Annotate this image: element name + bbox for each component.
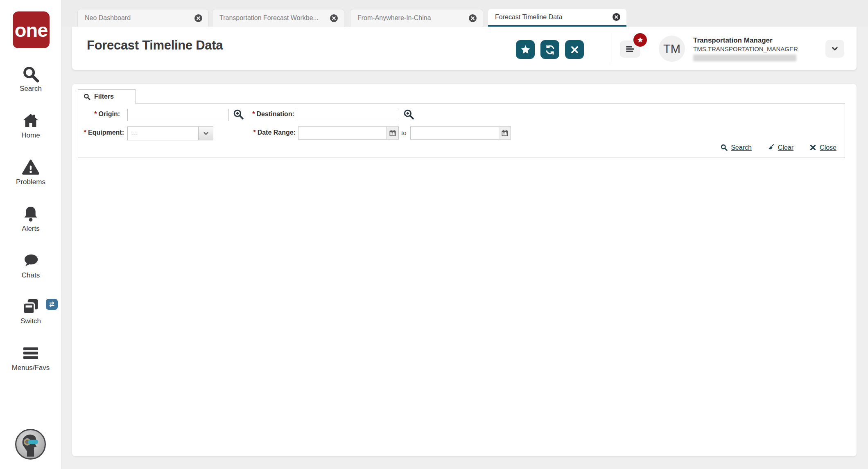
sidebar: one Search Home Problems: [0, 0, 61, 469]
equipment-select[interactable]: ---: [127, 126, 213, 140]
date-from-calendar-button[interactable]: [387, 126, 399, 140]
tab-close-icon[interactable]: [194, 14, 203, 23]
hamburger-icon: [625, 44, 635, 54]
origin-input[interactable]: [127, 109, 229, 121]
sidebar-item-search[interactable]: Search: [0, 65, 61, 93]
sidebar-item-alerts[interactable]: Alerts: [0, 205, 61, 233]
required-marker: *: [253, 129, 255, 136]
refresh-button[interactable]: [540, 40, 559, 59]
search-icon: [21, 65, 40, 83]
tab-transportation-forecast-workbench[interactable]: Transportation Forecast Workbe...: [212, 9, 344, 27]
close-icon: [569, 44, 580, 55]
close-link[interactable]: Close: [809, 144, 836, 151]
date-to-group: [410, 126, 511, 140]
one-network-logo[interactable]: one: [13, 11, 50, 48]
page-title: Forecast Timeline Data: [87, 38, 223, 53]
search-icon: [720, 144, 728, 151]
required-marker: *: [84, 129, 86, 136]
menu-bars-icon: [21, 344, 40, 363]
favorite-button[interactable]: [516, 40, 535, 59]
warning-icon: [21, 158, 40, 177]
calendar-icon: [389, 129, 397, 137]
date-range-label: *Date Range:: [241, 129, 296, 136]
destination-lookup-icon[interactable]: [403, 108, 415, 121]
sidebar-item-label: Menus/Favs: [0, 364, 61, 372]
close-page-button[interactable]: [565, 40, 584, 59]
user-org-redacted: [693, 54, 796, 61]
date-range-label-text: Date Range:: [258, 129, 296, 136]
tab-label: Forecast Timeline Data: [495, 14, 608, 21]
equipment-label: *Equipment:: [78, 129, 124, 136]
filters-fieldset: *Origin: *Destination: *Equipment:: [78, 103, 845, 158]
header-divider: [612, 33, 612, 64]
filter-actions: Search Clear Close: [720, 144, 836, 151]
switch-icon: [21, 297, 40, 316]
equipment-selected-value: ---: [128, 127, 198, 140]
tab-forecast-timeline-data[interactable]: Forecast Timeline Data: [488, 9, 626, 27]
swap-arrows-icon: [48, 300, 56, 308]
star-icon: [637, 36, 644, 43]
sidebar-item-label: Problems: [0, 178, 61, 186]
workspace-tabbar: Neo Dashboard Transportation Forecast Wo…: [61, 0, 868, 27]
destination-input[interactable]: [297, 109, 399, 121]
sidebar-item-label: Chats: [0, 271, 61, 280]
chevron-down-icon: [830, 44, 839, 53]
switch-version-badge[interactable]: [46, 299, 58, 310]
tab-close-icon[interactable]: [330, 14, 338, 23]
date-range-to-label: to: [401, 129, 407, 136]
sidebar-item-label: Search: [0, 85, 61, 93]
date-from-group: [298, 126, 399, 140]
origin-label-text: Origin:: [99, 110, 120, 117]
origin-label: *Origin:: [78, 110, 120, 118]
calendar-icon: [501, 129, 509, 137]
chat-bubble-icon: [21, 251, 40, 270]
sidebar-item-menus-favs[interactable]: Menus/Favs: [0, 344, 61, 372]
destination-label-text: Destination:: [257, 110, 294, 117]
close-link-label: Close: [820, 144, 836, 151]
user-initials-avatar[interactable]: TM: [659, 36, 685, 62]
equipment-dropdown-button[interactable]: [198, 127, 213, 140]
clear-link[interactable]: Clear: [767, 144, 793, 151]
sidebar-item-home[interactable]: Home: [0, 111, 61, 140]
date-to-calendar-button[interactable]: [499, 126, 511, 140]
date-to-input[interactable]: [410, 126, 499, 140]
required-marker: *: [252, 110, 255, 117]
tab-neo-dashboard[interactable]: Neo Dashboard: [77, 9, 209, 27]
equipment-label-text: Equipment:: [88, 129, 124, 136]
close-x-icon: [809, 144, 817, 151]
main-content: Filters *Origin: *Destination:: [72, 84, 857, 456]
tab-from-anywhere-in-china[interactable]: From-Anywhere-In-China: [350, 9, 483, 27]
tab-close-icon[interactable]: [468, 14, 477, 23]
sidebar-item-label: Home: [0, 131, 61, 140]
search-icon: [83, 93, 91, 101]
filters-panel-title: Filters: [94, 93, 114, 100]
user-info: Transportation Manager TMS.TRANSPORTATIO…: [693, 36, 816, 61]
favorites-badge[interactable]: [633, 33, 647, 47]
sidebar-item-chats[interactable]: Chats: [0, 251, 61, 280]
home-icon: [21, 111, 40, 130]
tab-label: From-Anywhere-In-China: [357, 14, 464, 22]
broom-icon: [767, 144, 775, 151]
sidebar-item-label: Switch: [0, 317, 61, 325]
search-link[interactable]: Search: [720, 144, 752, 151]
star-icon: [520, 44, 531, 55]
refresh-icon: [545, 44, 556, 55]
app-root: one Search Home Problems: [0, 0, 868, 469]
clear-link-label: Clear: [778, 144, 793, 151]
filters-panel-tab[interactable]: Filters: [78, 89, 136, 104]
destination-label: *Destination:: [240, 110, 294, 118]
required-marker: *: [94, 110, 97, 117]
user-menu-button[interactable]: [825, 40, 844, 58]
user-name: Transportation Manager: [693, 36, 816, 45]
search-link-label: Search: [731, 144, 752, 151]
sidebar-item-problems[interactable]: Problems: [0, 158, 61, 186]
chevron-down-icon: [202, 130, 210, 137]
tab-close-icon[interactable]: [612, 13, 621, 21]
date-from-input[interactable]: [298, 126, 387, 140]
bell-icon: [21, 205, 40, 223]
user-avatar-image[interactable]: [15, 429, 46, 460]
user-role: TMS.TRANSPORTATION_MANAGER: [693, 45, 816, 52]
robot-head-icon: [16, 430, 45, 458]
sidebar-item-label: Alerts: [0, 225, 61, 233]
page-header: Forecast Timeline Data: [72, 27, 857, 70]
